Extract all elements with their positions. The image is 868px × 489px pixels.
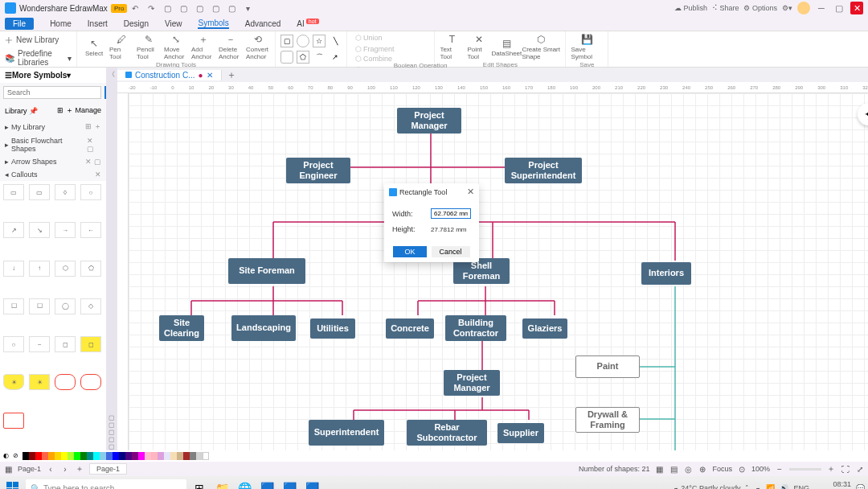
- taskbar-app-2[interactable]: 🌐: [235, 479, 254, 489]
- shape-roundrect-icon[interactable]: [280, 51, 293, 64]
- point-tool[interactable]: ✕Point Tool: [467, 33, 491, 60]
- color-cell[interactable]: [93, 452, 100, 460]
- color-cell[interactable]: [125, 452, 132, 460]
- node-drywall[interactable]: Drywall & Framing: [575, 407, 640, 433]
- color-cell[interactable]: [158, 452, 164, 460]
- node-rebar[interactable]: Rebar Subcontractor: [407, 420, 487, 446]
- color-cell[interactable]: [61, 452, 68, 460]
- shape-circle-icon[interactable]: [297, 35, 309, 47]
- pencil-tool[interactable]: ✎Pencil Tool: [137, 33, 161, 60]
- node-landscaping[interactable]: Landscaping: [231, 315, 296, 341]
- shape-thumb[interactable]: ▭: [3, 184, 24, 200]
- menu-design[interactable]: Design: [124, 19, 149, 28]
- menu-symbols[interactable]: Symbols: [198, 18, 228, 29]
- node-project-superintendent[interactable]: Project Superintendent: [505, 158, 582, 183]
- save-symbol-button[interactable]: 💾Save Symbol: [571, 33, 603, 60]
- zoom-dropdown[interactable]: ⊙: [737, 464, 747, 474]
- smart-shape-button[interactable]: ⬡Create Smart Shape: [522, 33, 560, 60]
- color-cell[interactable]: [164, 452, 170, 460]
- shape-thumb[interactable]: ○: [3, 336, 24, 352]
- color-cell[interactable]: [132, 452, 138, 460]
- color-cell[interactable]: [23, 452, 29, 460]
- shape-thumb[interactable]: ⬠: [80, 261, 101, 277]
- color-cell[interactable]: [113, 452, 119, 460]
- dialog-close-icon[interactable]: ✕: [467, 187, 474, 197]
- shape-thumb[interactable]: ↑: [29, 261, 50, 277]
- shape-thumb[interactable]: ◊: [55, 184, 76, 200]
- shape-thumb[interactable]: ↓: [3, 261, 24, 277]
- shape-thumb[interactable]: ○: [80, 184, 101, 200]
- shape-thumb[interactable]: ☀: [3, 374, 24, 390]
- view-icon-2[interactable]: ▤: [669, 464, 678, 474]
- shape-line-icon[interactable]: ╲: [329, 35, 342, 47]
- publish-button[interactable]: ☁ Publish: [674, 4, 707, 12]
- more-symbols-button[interactable]: ☰ More Symbols ▾: [0, 68, 106, 83]
- shape-star-icon[interactable]: ☆: [313, 35, 326, 47]
- text-tool[interactable]: TText Tool: [440, 33, 464, 60]
- color-cell[interactable]: [151, 452, 158, 460]
- new-tab-button[interactable]: ＋: [222, 68, 241, 82]
- color-cell[interactable]: [119, 452, 125, 460]
- zoom-in-icon[interactable]: ＋: [826, 464, 836, 474]
- prev-page-icon[interactable]: ‹: [46, 464, 55, 474]
- pages-icon[interactable]: ▦: [3, 464, 13, 474]
- weather[interactable]: ☁ 24°C Partly cloudy: [672, 484, 741, 489]
- node-project-manager-2[interactable]: Project Manager: [444, 370, 500, 396]
- color-cell[interactable]: [87, 452, 93, 460]
- color-cell[interactable]: [170, 452, 177, 460]
- shape-thumb[interactable]: ↘: [29, 222, 50, 238]
- color-cell[interactable]: [145, 452, 151, 460]
- color-cell[interactable]: [42, 452, 48, 460]
- color-cell[interactable]: [80, 452, 87, 460]
- notifications-icon[interactable]: 💬: [856, 484, 865, 489]
- help-icon[interactable]: ⚙▾: [782, 4, 792, 12]
- delete-anchor-tool[interactable]: －Delete Anchor: [219, 33, 243, 60]
- qat-icon-3[interactable]: ▢: [194, 2, 205, 14]
- node-paint[interactable]: Paint: [575, 355, 640, 378]
- color-cell[interactable]: [48, 452, 55, 460]
- shape-thumb[interactable]: ←: [80, 222, 101, 238]
- menu-home[interactable]: Home: [50, 19, 72, 28]
- tray-volume-icon[interactable]: 🔊: [780, 484, 788, 489]
- taskbar-app-4[interactable]: 🟦: [280, 479, 299, 489]
- shape-rect-icon[interactable]: ▢: [280, 35, 293, 47]
- add-page-icon[interactable]: ＋: [75, 464, 84, 474]
- start-button[interactable]: [3, 479, 23, 489]
- qat-dropdown-icon[interactable]: ▾: [242, 2, 253, 14]
- shape-thumb[interactable]: ↗: [3, 222, 24, 238]
- ok-button[interactable]: OK: [393, 246, 426, 257]
- node-interiors[interactable]: Interiors: [641, 262, 691, 285]
- sidebar-item-mylibrary[interactable]: ▸ My Library⊞ ＋: [0, 119, 106, 134]
- taskbar-app-5[interactable]: 🟦: [302, 479, 321, 489]
- shape-arrow-icon[interactable]: ↗: [329, 51, 342, 64]
- union-button[interactable]: ⬡ Union: [352, 33, 386, 43]
- fragment-button[interactable]: ⬡ Fragment: [352, 44, 398, 54]
- color-cell[interactable]: [106, 452, 113, 460]
- shape-thumb[interactable]: ☐: [29, 298, 50, 314]
- fit-icon[interactable]: ⛶: [841, 464, 850, 474]
- sidebar-item-callouts[interactable]: ◂ Callouts✕: [0, 168, 106, 181]
- close-tab-icon[interactable]: ✕: [207, 71, 213, 80]
- share-button[interactable]: ⠪ Share: [712, 4, 739, 12]
- shape-thumb[interactable]: ⬡: [55, 261, 76, 277]
- view-icon-1[interactable]: ▦: [654, 464, 664, 474]
- shape-thumb[interactable]: ◻: [55, 336, 76, 352]
- sidebar-item-arrows[interactable]: ▸ Arrow Shapes✕ ▢: [0, 155, 106, 168]
- next-page-icon[interactable]: ›: [60, 464, 70, 474]
- avatar[interactable]: [797, 2, 810, 14]
- close-icon[interactable]: ✕: [850, 2, 863, 14]
- color-cell[interactable]: [138, 452, 145, 460]
- no-color-icon[interactable]: ⊘: [13, 452, 23, 460]
- qat-icon-1[interactable]: ▢: [162, 2, 173, 14]
- node-project-engineer[interactable]: Project Engineer: [286, 158, 350, 183]
- node-concrete[interactable]: Concrete: [386, 318, 434, 339]
- undo-icon[interactable]: ↶: [129, 2, 141, 14]
- color-cell[interactable]: [190, 452, 196, 460]
- shape-thumb[interactable]: [55, 374, 76, 390]
- maximize-icon[interactable]: ▢: [833, 2, 845, 14]
- move-anchor-tool[interactable]: ⤡Move Anchor: [164, 33, 188, 60]
- manage-button[interactable]: ⊞ ＋ Manage: [57, 105, 101, 116]
- page-tab[interactable]: Page-1: [89, 463, 127, 475]
- color-cell[interactable]: [74, 452, 80, 460]
- view-icon-3[interactable]: ◎: [683, 464, 693, 474]
